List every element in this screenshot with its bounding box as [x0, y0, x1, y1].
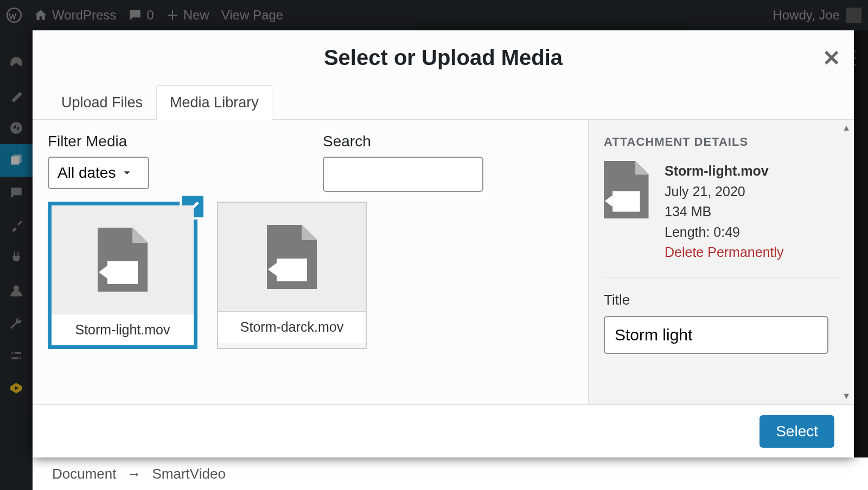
- title-input[interactable]: [604, 316, 828, 354]
- attachment-date: July 21, 2020: [665, 182, 784, 202]
- svg-point-4: [14, 285, 20, 291]
- divider: [604, 277, 839, 278]
- media-filename: Storm-darck.mov: [218, 311, 366, 343]
- search-label: Search: [323, 133, 483, 150]
- attachment-details-panel: ▲ ATTACHMENT DETAILS Storm-light.mov Jul…: [588, 120, 854, 404]
- sidebar-item-tools[interactable]: [0, 307, 33, 339]
- admin-sidebar: [0, 30, 33, 490]
- close-icon: ✕: [822, 46, 841, 70]
- sidebar-item-users[interactable]: [0, 274, 33, 307]
- avatar[interactable]: [846, 8, 861, 23]
- video-file-icon: [267, 225, 317, 289]
- search-input[interactable]: [323, 157, 483, 192]
- sidebar-item-dashboard[interactable]: [0, 47, 33, 79]
- sidebar-item-settings[interactable]: [0, 339, 33, 372]
- svg-rect-6: [13, 352, 15, 354]
- breadcrumb: Document → SmartVideo: [33, 457, 868, 490]
- sidebar-item-plugins[interactable]: [0, 242, 33, 274]
- modal-header: Select or Upload Media ✕: [33, 30, 854, 85]
- modal-title: Select or Upload Media: [324, 46, 563, 70]
- details-heading: ATTACHMENT DETAILS: [604, 135, 839, 149]
- scroll-down-icon[interactable]: ▼: [842, 391, 851, 401]
- sidebar-item-media[interactable]: [0, 144, 33, 177]
- media-modal: Select or Upload Media ✕ Upload Files Me…: [33, 30, 854, 457]
- media-filename: Storm-light.mov: [52, 314, 194, 345]
- attachment-size: 134 MB: [665, 202, 784, 222]
- modal-footer: Select: [33, 404, 854, 457]
- new-label: New: [183, 8, 209, 23]
- video-file-icon: [98, 228, 148, 292]
- user-greeting[interactable]: Howdy, Joe: [773, 8, 840, 23]
- sidebar-item-appearance[interactable]: [0, 209, 33, 242]
- chevron-down-icon: [121, 167, 133, 179]
- date-filter-select[interactable]: All dates: [48, 157, 149, 189]
- home-link[interactable]: WordPress: [34, 8, 116, 23]
- sidebar-item-jetpack[interactable]: [0, 112, 33, 144]
- svg-point-1: [10, 122, 22, 134]
- attachment-filename: Storm-light.mov: [665, 161, 784, 182]
- view-page-link[interactable]: View Page: [221, 8, 283, 23]
- tab-upload-files[interactable]: Upload Files: [48, 85, 156, 120]
- delete-permanently-link[interactable]: Delete Permanently: [665, 242, 784, 263]
- modal-tabs: Upload Files Media Library: [33, 85, 854, 120]
- filter-media-label: Filter Media: [48, 133, 149, 150]
- comment-count: 0: [146, 8, 154, 23]
- media-item-storm-light[interactable]: Storm-light.mov: [48, 202, 197, 349]
- media-area: Filter Media All dates Search: [33, 120, 588, 404]
- title-field-label: Title: [604, 292, 839, 308]
- video-file-icon: [604, 161, 649, 218]
- site-name: WordPress: [52, 8, 116, 23]
- new-content-link[interactable]: New: [166, 8, 209, 23]
- media-item-storm-darck[interactable]: Storm-darck.mov: [217, 202, 367, 349]
- close-button[interactable]: ✕: [822, 46, 841, 70]
- breadcrumb-page[interactable]: SmartVideo: [152, 466, 226, 482]
- select-button[interactable]: Select: [760, 415, 834, 448]
- scroll-up-icon[interactable]: ▲: [842, 123, 851, 133]
- sidebar-item-posts[interactable]: [0, 79, 33, 112]
- comments-link[interactable]: 0: [128, 8, 154, 23]
- svg-rect-3: [14, 154, 22, 163]
- wp-logo-icon[interactable]: [7, 8, 22, 23]
- attachment-length: Length: 0:49: [665, 222, 784, 243]
- sidebar-item-comments[interactable]: [0, 177, 33, 209]
- svg-rect-8: [18, 357, 20, 359]
- breadcrumb-doc[interactable]: Document: [52, 466, 117, 482]
- tab-media-library[interactable]: Media Library: [156, 85, 272, 120]
- admin-bar: WordPress 0 New View Page Howdy, Joe: [0, 0, 868, 30]
- arrow-icon: →: [127, 466, 142, 482]
- sidebar-item-smartvideo[interactable]: [0, 372, 33, 404]
- date-filter-value: All dates: [58, 164, 116, 182]
